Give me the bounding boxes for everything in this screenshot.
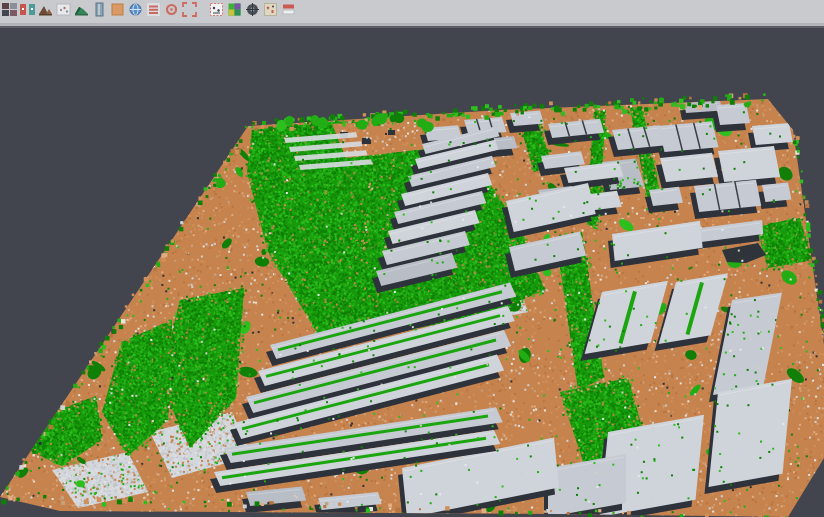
point-select-icon[interactable] xyxy=(55,1,71,17)
ortho-square-icon[interactable] xyxy=(109,1,125,17)
app-window xyxy=(0,0,824,517)
height-bar-icon[interactable] xyxy=(91,1,107,17)
classify-colors-icon[interactable] xyxy=(226,1,242,17)
toolbar xyxy=(0,0,824,23)
cross-section-icon[interactable] xyxy=(208,1,224,17)
select-brackets-icon[interactable] xyxy=(181,1,197,17)
texture-tile-icon[interactable] xyxy=(1,1,17,17)
dem-hill-icon[interactable] xyxy=(73,1,89,17)
viewport-3d-pointcloud[interactable] xyxy=(0,28,824,517)
swap-views-icon[interactable] xyxy=(19,1,35,17)
settings-gear-icon[interactable] xyxy=(244,1,260,17)
globe-3d-icon[interactable] xyxy=(127,1,143,17)
measure-bars-icon[interactable] xyxy=(280,1,296,17)
terrain-model-icon[interactable] xyxy=(37,1,53,17)
profile-lines-icon[interactable] xyxy=(145,1,161,17)
annotation-flag-icon[interactable] xyxy=(262,1,278,17)
target-ring-icon[interactable] xyxy=(163,1,179,17)
